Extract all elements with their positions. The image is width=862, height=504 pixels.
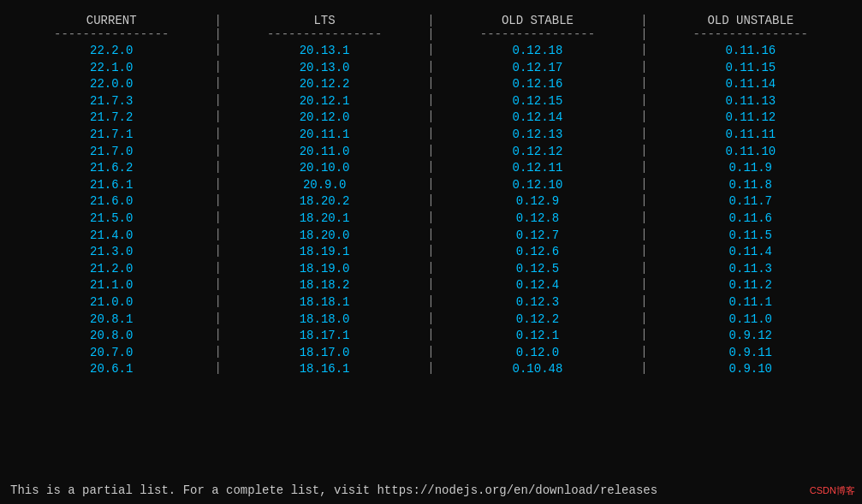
column-separator: |	[212, 144, 223, 161]
column-separator: |	[425, 110, 436, 127]
column-separator: |	[212, 127, 223, 144]
table-row: 21.6.2|20.10.0|0.12.11|0.11.9	[10, 160, 852, 177]
table-cell: 0.12.16	[437, 76, 639, 93]
column-separator: |	[425, 193, 436, 210]
table-cell: 0.12.1	[437, 328, 639, 345]
column-separator: |	[212, 261, 223, 278]
column-separator: |	[639, 277, 649, 294]
column-separator: |	[425, 144, 436, 161]
separator-col: ----------------	[223, 27, 425, 41]
column-separator: |	[212, 110, 223, 127]
table-row: 21.7.1|20.11.1|0.12.13|0.11.11	[10, 127, 852, 144]
table-row: 20.6.1|18.16.1|0.10.48|0.9.10	[10, 361, 852, 378]
table-row: 21.0.0|18.18.1|0.12.3|0.11.1	[10, 294, 852, 311]
table-cell: 0.9.11	[650, 345, 852, 362]
table-cell: 0.10.48	[437, 361, 639, 378]
column-separator: |	[639, 345, 649, 362]
column-separator: |	[639, 110, 649, 127]
column-separator: |	[639, 160, 649, 177]
table-row: 21.4.0|18.20.0|0.12.7|0.11.5	[10, 228, 852, 245]
column-separator: |	[212, 294, 223, 311]
table-cell: 20.9.0	[223, 177, 425, 194]
table-cell: 18.17.0	[223, 345, 425, 362]
header-col-current: CURRENT	[10, 14, 212, 27]
terminal-window: CURRENT|LTS|OLD STABLE|OLD UNSTABLE-----…	[0, 0, 862, 504]
table-cell: 21.7.1	[10, 127, 212, 144]
column-separator: |	[639, 210, 649, 228]
table-row: 20.8.0|18.17.1|0.12.1|0.9.12	[10, 328, 852, 345]
column-separator: |	[212, 210, 223, 228]
table-cell: 0.12.9	[437, 193, 639, 210]
version-table: CURRENT|LTS|OLD STABLE|OLD UNSTABLE-----…	[10, 14, 852, 378]
column-separator: |	[425, 345, 436, 362]
table-cell: 18.20.1	[223, 210, 425, 228]
table-cell: 0.12.2	[437, 311, 639, 329]
table-row: 22.2.0|20.13.1|0.12.18|0.11.16	[10, 43, 852, 60]
table-cell: 0.12.7	[437, 228, 639, 245]
column-separator: |	[639, 27, 649, 41]
column-separator: |	[212, 177, 223, 194]
column-separator: |	[639, 228, 649, 245]
column-separator: |	[212, 193, 223, 210]
column-separator: |	[425, 127, 436, 144]
column-separator: |	[425, 43, 436, 60]
table-cell: 21.0.0	[10, 294, 212, 311]
header-col-old-stable: OLD STABLE	[437, 14, 639, 27]
table-cell: 20.12.1	[223, 93, 425, 110]
column-separator: |	[425, 311, 436, 329]
table-cell: 21.6.1	[10, 177, 212, 194]
column-separator: |	[639, 93, 649, 110]
column-separator: |	[639, 14, 649, 27]
table-cell: 21.7.2	[10, 110, 212, 127]
table-cell: 0.11.16	[650, 43, 852, 60]
table-cell: 20.10.0	[223, 160, 425, 177]
table-row: 21.7.2|20.12.0|0.12.14|0.11.12	[10, 110, 852, 127]
column-separator: |	[212, 228, 223, 245]
table-row: 21.2.0|18.19.0|0.12.5|0.11.3	[10, 261, 852, 278]
column-separator: |	[212, 60, 223, 77]
column-separator: |	[212, 361, 223, 378]
table-cell: 0.12.12	[437, 144, 639, 161]
table-cell: 20.6.1	[10, 361, 212, 378]
column-separator: |	[639, 261, 649, 278]
table-cell: 21.4.0	[10, 228, 212, 245]
table-cell: 0.11.13	[650, 93, 852, 110]
table-cell: 21.3.0	[10, 244, 212, 261]
table-cell: 22.1.0	[10, 60, 212, 77]
table-cell: 0.12.13	[437, 127, 639, 144]
separator-col: ----------------	[10, 27, 212, 41]
table-cell: 21.6.0	[10, 193, 212, 210]
column-separator: |	[212, 345, 223, 362]
column-separator: |	[425, 261, 436, 278]
table-cell: 0.12.17	[437, 60, 639, 77]
column-separator: |	[212, 14, 223, 27]
column-separator: |	[212, 328, 223, 345]
table-cell: 20.8.0	[10, 328, 212, 345]
table-row: 21.6.0|18.20.2|0.12.9|0.11.7	[10, 193, 852, 210]
table-cell: 20.12.0	[223, 110, 425, 127]
column-separator: |	[212, 43, 223, 60]
column-separator: |	[425, 294, 436, 311]
table-cell: 18.19.1	[223, 244, 425, 261]
column-separator: |	[639, 60, 649, 77]
table-row: 21.6.1|20.9.0|0.12.10|0.11.8	[10, 177, 852, 194]
table-cell: 20.12.2	[223, 76, 425, 93]
table-cell: 18.19.0	[223, 261, 425, 278]
table-cell: 21.5.0	[10, 210, 212, 228]
table-row: 22.1.0|20.13.0|0.12.17|0.11.15	[10, 60, 852, 77]
table-cell: 18.17.1	[223, 328, 425, 345]
column-separator: |	[425, 277, 436, 294]
table-cell: 18.16.1	[223, 361, 425, 378]
column-separator: |	[212, 27, 223, 41]
column-separator: |	[425, 27, 436, 41]
header-col-lts: LTS	[223, 14, 425, 27]
column-separator: |	[425, 177, 436, 194]
column-separator: |	[425, 228, 436, 245]
table-cell: 18.20.0	[223, 228, 425, 245]
table-cell: 0.11.14	[650, 76, 852, 93]
column-separator: |	[639, 294, 649, 311]
column-separator: |	[212, 93, 223, 110]
table-cell: 0.11.6	[650, 210, 852, 228]
column-separator: |	[212, 244, 223, 261]
column-separator: |	[212, 277, 223, 294]
